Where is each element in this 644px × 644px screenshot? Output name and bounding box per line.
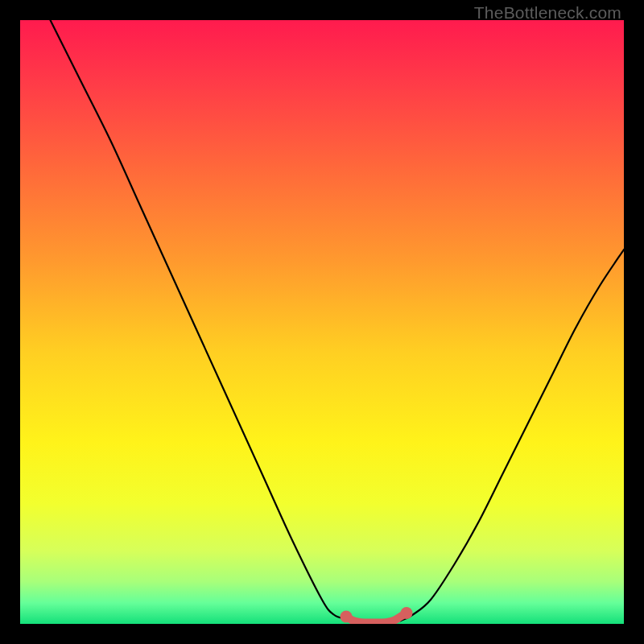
chart-frame: TheBottleneck.com — [0, 0, 644, 644]
flat-bottom-line — [346, 613, 407, 623]
plot-area — [20, 20, 624, 624]
marker-dot — [341, 611, 353, 623]
curve-left — [51, 20, 353, 621]
curve-right — [401, 250, 625, 621]
curve-layer — [20, 20, 624, 624]
marker-dot — [401, 607, 413, 619]
